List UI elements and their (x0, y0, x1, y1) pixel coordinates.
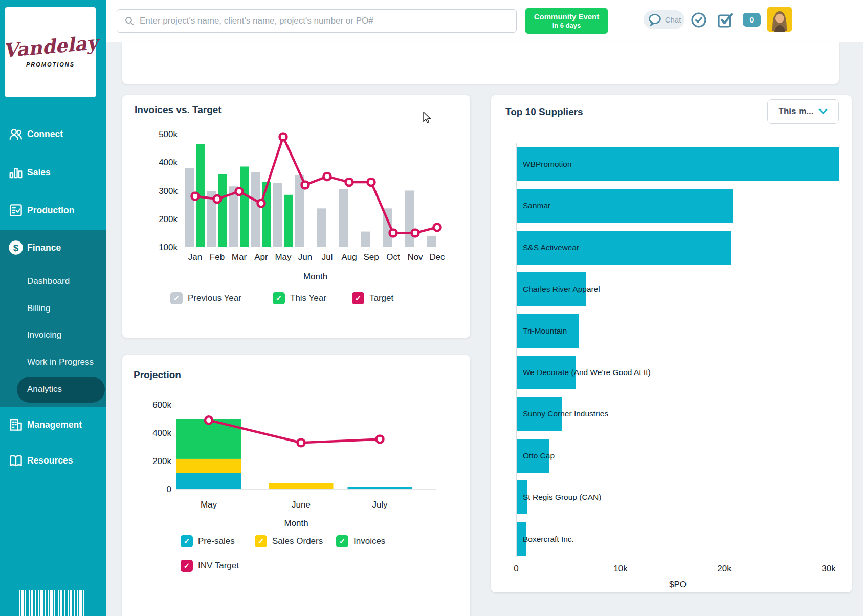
chat-bubble-icon (647, 13, 662, 27)
logo-brand-text: Vandelay (3, 33, 99, 60)
search-input[interactable] (139, 15, 516, 27)
svg-text:500k: 500k (159, 129, 178, 139)
bar-chart-icon (8, 165, 24, 180)
sidebar-subitem-dashboard[interactable]: Dashboard (0, 270, 106, 293)
sidebar-subitem-label: Analytics (27, 384, 62, 394)
user-avatar[interactable] (767, 7, 792, 32)
legend-item-invoices[interactable]: ✓Invoices (336, 535, 385, 547)
svg-text:May: May (201, 500, 217, 510)
invoices-vs-target-chart: 100k200k300k400k500kJanFebMarAprMayJunJu… (122, 95, 470, 284)
clipboard-check-icon (8, 203, 24, 218)
sidebar-item-label: Finance (27, 243, 61, 253)
svg-text:Feb: Feb (210, 252, 225, 262)
svg-text:Oct: Oct (386, 252, 400, 262)
supplier-bar-label: Tri-Mountain (523, 326, 567, 336)
supplier-bar-label: St Regis Group (CAN) (523, 493, 601, 502)
sidebar: Vandelay PROMOTIONS ConnectSalesProducti… (0, 0, 106, 616)
svg-text:Mar: Mar (232, 252, 247, 262)
suppliers-x-axis-line (516, 557, 844, 557)
sidebar-item-management[interactable]: Management (0, 412, 106, 437)
svg-text:400k: 400k (159, 158, 178, 167)
svg-text:Apr: Apr (254, 252, 268, 262)
svg-text:Sep: Sep (363, 252, 379, 262)
book-icon (8, 453, 24, 468)
svg-text:Jul: Jul (322, 252, 333, 262)
community-event-countdown: in 6 days (552, 21, 581, 30)
sidebar-subitem-analytics[interactable]: Analytics (0, 378, 106, 401)
svg-text:400k: 400k (152, 428, 171, 438)
supplier-bar-label: Charles River Apparel (523, 284, 600, 294)
legend-label: Sales Orders (272, 536, 323, 546)
legend-label: Pre-sales (198, 536, 235, 546)
clock-check-icon[interactable] (690, 11, 707, 29)
svg-text:600k: 600k (152, 400, 171, 410)
sidebar-subitem-label: Invoicing (27, 330, 61, 340)
legend-label: INV Target (198, 561, 239, 571)
notification-badge[interactable]: 0 (743, 13, 761, 27)
barcode-image (19, 590, 87, 616)
legend-checkbox: ✓ (170, 292, 183, 304)
sidebar-item-production[interactable]: Production (0, 198, 106, 223)
svg-text:200k: 200k (159, 214, 178, 224)
svg-text:200k: 200k (152, 456, 171, 466)
legend-checkbox: ✓ (352, 292, 364, 304)
supplier-bar-label: Otto Cap (523, 451, 555, 460)
community-event-title: Community Event (534, 12, 600, 22)
supplier-bar-label: Boxercraft Inc. (523, 535, 574, 544)
sidebar-item-label: Sales (27, 167, 51, 178)
global-search[interactable] (117, 9, 517, 33)
svg-text:Nov: Nov (407, 252, 423, 262)
sidebar-item-label: Connect (27, 129, 63, 140)
legend-item-previous-year[interactable]: ✓Previous Year (170, 292, 241, 304)
sidebar-subitem-invoicing[interactable]: Invoicing (0, 324, 106, 346)
people-icon (8, 126, 24, 142)
chat-label: Chat (665, 15, 681, 24)
community-event-button[interactable]: Community Event in 6 days (525, 8, 608, 34)
legend-checkbox: ✓ (181, 535, 193, 547)
legend-item-sales-orders[interactable]: ✓Sales Orders (255, 535, 323, 547)
svg-text:Month: Month (303, 272, 327, 281)
sidebar-subitem-label: Work in Progress (27, 357, 94, 367)
suppliers-bar-chart: WBPromotionSanmarS&S ActivewearCharles R… (491, 95, 852, 592)
legend-checkbox: ✓ (255, 535, 267, 547)
legend-label: Target (369, 293, 393, 303)
sidebar-subitem-billing[interactable]: Billing (0, 297, 106, 320)
suppliers-x-tick: 10k (613, 564, 627, 574)
suppliers-x-tick: 30k (822, 564, 835, 574)
svg-text:Jun: Jun (298, 252, 312, 262)
legend-checkbox: ✓ (273, 292, 285, 304)
svg-text:300k: 300k (159, 186, 178, 196)
supplier-bar-label: Sanmar (523, 201, 550, 210)
legend-item-target[interactable]: ✓Target (352, 292, 393, 304)
chat-button[interactable]: Chat (644, 10, 684, 29)
sidebar-item-finance[interactable]: $Finance (0, 235, 106, 260)
sidebar-item-connect[interactable]: Connect (0, 122, 106, 146)
supplier-bar-label: We Decorate (And We're Good At It) (523, 368, 651, 377)
svg-text:0: 0 (167, 485, 171, 494)
suppliers-x-tick: 0 (514, 564, 518, 574)
search-icon (124, 16, 135, 26)
app-page: Vandelay PROMOTIONS ConnectSalesProducti… (0, 0, 863, 616)
svg-text:$: $ (13, 243, 19, 253)
company-logo[interactable]: Vandelay PROMOTIONS (5, 7, 96, 97)
projection-chart: 0200k400k600kMayJuneJulyMonth (122, 355, 470, 532)
tasks-checkbox-icon[interactable] (717, 11, 734, 29)
avatar-image (767, 7, 792, 32)
sidebar-item-resources[interactable]: Resources (0, 448, 106, 473)
svg-text:Aug: Aug (341, 252, 357, 262)
projection-card: Projection 0200k400k600kMayJuneJulyMonth… (122, 355, 470, 616)
supplier-bar-label: Sunny Corner Industries (523, 409, 608, 419)
legend-item-pre-sales[interactable]: ✓Pre-sales (181, 535, 235, 547)
sidebar-subitem-work-in-progress[interactable]: Work in Progress (0, 351, 106, 373)
supplier-bar-label: S&S Activewear (523, 243, 579, 252)
svg-text:Jan: Jan (188, 252, 202, 262)
suppliers-x-axis-title: $PO (669, 580, 687, 590)
legend-item-inv-target[interactable]: ✓INV Target (181, 560, 239, 572)
invoices-vs-target-card: Invoices vs. Target 100k200k300k400k500k… (122, 95, 470, 338)
sidebar-item-sales[interactable]: Sales (0, 160, 106, 185)
suppliers-x-tick: 20k (717, 564, 731, 574)
scrolled-card-remnant (122, 42, 839, 84)
legend-label: This Year (290, 293, 326, 303)
legend-item-this-year[interactable]: ✓This Year (273, 292, 326, 304)
legend-label: Previous Year (188, 293, 241, 303)
